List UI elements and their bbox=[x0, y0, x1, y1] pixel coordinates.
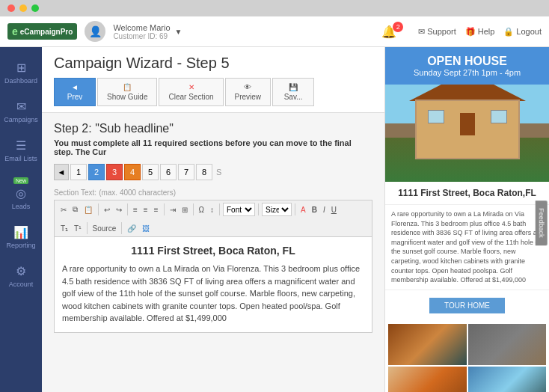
toolbar-align-center[interactable]: ≡ bbox=[141, 205, 150, 215]
preview-open-house-title: OPEN HOUSE bbox=[393, 55, 542, 68]
font-select[interactable]: Font bbox=[223, 203, 255, 216]
sidebar-item-email-lists[interactable]: ☰ Email Lists bbox=[0, 131, 42, 170]
preview-photo-2 bbox=[468, 324, 547, 365]
editor-body: A rare opportunity to own a La Mirada on… bbox=[62, 263, 364, 325]
top-nav: 🔔 2 ✉ Support 🎁 Help 🔒 Logout bbox=[381, 25, 542, 39]
sep-2 bbox=[127, 203, 128, 215]
sidebar-item-dashboard[interactable]: ⊞ Dashboard bbox=[0, 53, 42, 92]
close-dot[interactable] bbox=[7, 4, 15, 12]
page-title: Campaign Wizard - Step 5 bbox=[54, 55, 372, 72]
section-nav-5[interactable]: 5 bbox=[142, 164, 159, 180]
section-nav-more: S bbox=[214, 168, 224, 177]
leads-icon: ◎ bbox=[16, 186, 26, 200]
save-icon: 💾 bbox=[289, 83, 298, 91]
toolbar-link[interactable]: 🔗 bbox=[125, 224, 138, 233]
content-area: Campaign Wizard - Step 5 ◄ Prev 📋 Show G… bbox=[42, 47, 384, 392]
minimize-dot[interactable] bbox=[19, 4, 27, 12]
sep-1 bbox=[98, 203, 99, 215]
section-nav-6[interactable]: 6 bbox=[160, 164, 177, 180]
toolbar-align-right[interactable]: ≡ bbox=[152, 205, 161, 215]
sep-6 bbox=[258, 203, 259, 215]
toolbar-source[interactable]: Source bbox=[91, 224, 119, 233]
save-button[interactable]: 💾 Sav... bbox=[272, 78, 314, 106]
toolbar-extra2[interactable]: ↕ bbox=[208, 205, 216, 215]
sep-5 bbox=[219, 203, 220, 215]
toolbar-copy[interactable]: ⧉ bbox=[70, 204, 80, 215]
new-badge: New bbox=[13, 177, 28, 184]
mail-icon: ✉ bbox=[418, 27, 425, 37]
chevron-down-icon[interactable]: ▼ bbox=[175, 28, 183, 36]
editor-heading: 1111 First Street, Boca Raton, FL bbox=[62, 245, 364, 257]
avatar: 👤 bbox=[85, 21, 105, 42]
wizard-toolbar: ◄ Prev 📋 Show Guide ✕ Clear Section 👁 Pr… bbox=[54, 78, 372, 112]
prev-button[interactable]: ◄ Prev bbox=[54, 78, 96, 106]
tour-home-button[interactable]: TOUR HOME bbox=[429, 298, 505, 313]
feedback-tab[interactable]: Feedback bbox=[536, 200, 548, 245]
house-roof-shape bbox=[409, 85, 526, 101]
sep-8 bbox=[87, 222, 88, 234]
help-button[interactable]: 🎁 Help bbox=[465, 27, 495, 37]
dashboard-icon: ⊞ bbox=[16, 61, 26, 75]
toolbar-font-color[interactable]: A bbox=[298, 205, 308, 215]
section-nav-3[interactable]: 3 bbox=[106, 164, 123, 180]
toolbar-align-left[interactable]: ≡ bbox=[131, 205, 140, 215]
maximize-dot[interactable] bbox=[31, 4, 39, 12]
toolbar-subscript[interactable]: T₁ bbox=[58, 224, 70, 233]
house-door-shape bbox=[460, 113, 475, 135]
preview-open-house-subtitle: Sunday Sept 27th 1pm - 4pm bbox=[393, 68, 542, 77]
house-body-shape bbox=[415, 99, 520, 159]
section-prev-arrow[interactable]: ◄ bbox=[54, 164, 69, 180]
sep-4 bbox=[193, 203, 194, 215]
sidebar: ⊞ Dashboard ✉ Campaigns ☰ Email Lists Ne… bbox=[0, 47, 42, 392]
prev-icon: ◄ bbox=[71, 83, 79, 91]
toolbar-undo[interactable]: ↩ bbox=[102, 205, 112, 215]
step-subtitle: Step 2: "Sub headline" bbox=[54, 122, 372, 135]
sidebar-item-reporting[interactable]: 📊 Reporting bbox=[0, 218, 42, 257]
toolbar-superscript[interactable]: T¹ bbox=[72, 224, 83, 233]
step-instruction: You must complete all 11 required sectio… bbox=[54, 138, 372, 156]
toolbar-bold[interactable]: B bbox=[310, 205, 319, 215]
editor-area[interactable]: 1111 First Street, Boca Raton, FL A rare… bbox=[54, 236, 372, 333]
preview-button[interactable]: 👁 Preview bbox=[225, 78, 272, 106]
sidebar-item-leads[interactable]: New ◎ Leads bbox=[0, 170, 42, 218]
sidebar-item-campaigns[interactable]: ✉ Campaigns bbox=[0, 92, 42, 131]
toolbar-cut[interactable]: ✂ bbox=[58, 205, 69, 215]
window-chrome bbox=[0, 0, 549, 16]
guide-icon: 📋 bbox=[123, 83, 132, 91]
section-nav: ◄ 1 2 3 4 5 6 7 8 S bbox=[54, 164, 372, 180]
campaigns-icon: ✉ bbox=[16, 99, 26, 114]
toolbar-image[interactable]: 🖼 bbox=[140, 224, 152, 233]
notifications-button[interactable]: 🔔 2 bbox=[381, 25, 409, 39]
show-guide-button[interactable]: 📋 Show Guide bbox=[97, 78, 157, 106]
toolbar-table[interactable]: ⊞ bbox=[180, 205, 190, 215]
section-nav-8[interactable]: 8 bbox=[196, 164, 212, 180]
toolbar-indent[interactable]: ⇥ bbox=[168, 205, 178, 215]
sidebar-item-account[interactable]: ⚙ Account bbox=[0, 257, 42, 295]
toolbar-paste[interactable]: 📋 bbox=[82, 205, 95, 215]
preview-photo-3 bbox=[388, 367, 467, 392]
toolbar-underline[interactable]: U bbox=[329, 205, 339, 215]
editor-toolbar: ✂ ⧉ 📋 ↩ ↪ ≡ ≡ ≡ ⇥ ⊞ Ω ↕ Font bbox=[54, 200, 372, 236]
section-nav-1[interactable]: 1 bbox=[70, 164, 87, 180]
logout-button[interactable]: 🔒 Logout bbox=[503, 27, 542, 37]
sep-9 bbox=[121, 222, 122, 234]
reporting-icon: 📊 bbox=[13, 225, 28, 239]
preview-photo-1 bbox=[388, 324, 467, 365]
eye-icon: 👁 bbox=[244, 83, 251, 91]
sep-7 bbox=[295, 203, 295, 215]
toolbar-italic[interactable]: I bbox=[321, 205, 328, 215]
sep-3 bbox=[164, 203, 165, 215]
preview-house-image bbox=[385, 85, 549, 182]
toolbar-extra1[interactable]: Ω bbox=[197, 205, 206, 215]
lock-icon: 🔒 bbox=[503, 27, 514, 37]
clear-section-button[interactable]: ✕ Clear Section bbox=[159, 78, 223, 106]
logo: e eCampaignPro bbox=[7, 23, 77, 40]
size-select[interactable]: Size bbox=[262, 203, 292, 216]
toolbar-redo[interactable]: ↪ bbox=[114, 205, 124, 215]
user-info: Welcome Mario Customer ID: 69 ▼ bbox=[113, 23, 182, 40]
section-nav-4[interactable]: 4 bbox=[124, 164, 141, 180]
support-button[interactable]: ✉ Support bbox=[418, 27, 456, 37]
preview-photo-4 bbox=[468, 367, 547, 392]
section-nav-7[interactable]: 7 bbox=[178, 164, 194, 180]
section-nav-2[interactable]: 2 bbox=[88, 164, 105, 180]
